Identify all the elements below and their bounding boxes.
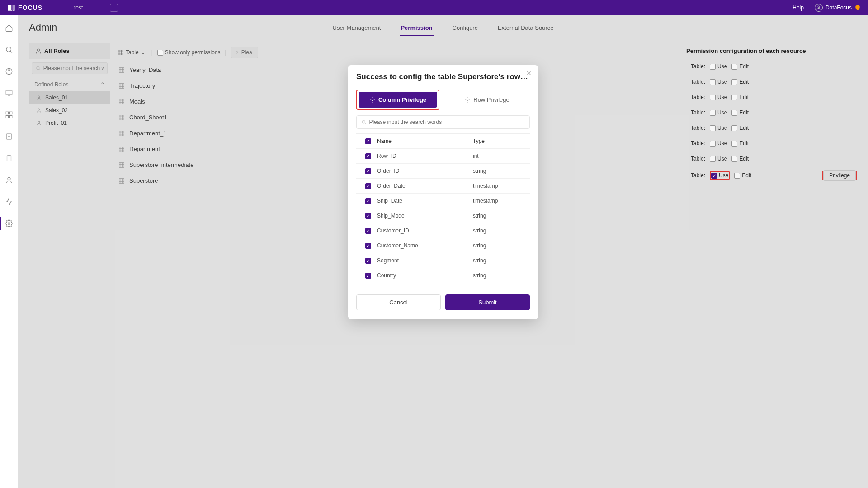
svg-point-16 [8,223,10,225]
column-checkbox[interactable] [365,198,371,204]
rail-settings-icon[interactable] [5,219,14,228]
column-checkbox[interactable] [365,243,371,249]
column-header-type: Type [473,138,527,144]
modal-search-input[interactable] [369,119,525,125]
column-checkbox[interactable] [365,183,371,189]
column-checkbox[interactable] [365,168,371,174]
column-checkbox[interactable] [365,273,371,279]
column-table: Name Type Row_IDintOrder_IDstringOrder_D… [356,133,530,287]
svg-point-4 [6,47,11,52]
user-avatar-icon [815,4,823,12]
svg-rect-7 [6,90,12,95]
column-name: Customer_Name [377,242,473,249]
gear-icon [369,97,376,103]
column-row: Order_Datetimestamp [356,179,530,194]
svg-point-33 [467,99,469,101]
cancel-button[interactable]: Cancel [356,294,441,310]
column-header-name: Name [377,138,473,144]
rail-search-icon[interactable] [5,45,14,54]
user-name: DataFocus [826,5,852,11]
svg-rect-8 [6,112,8,114]
column-row: Ship_Modestring [356,208,530,223]
rail-home-icon[interactable] [5,24,14,33]
main-content: Admin User Management Permission Configu… [18,15,868,488]
shield-icon [854,5,861,11]
column-type: string [473,227,527,234]
rail-grid-icon[interactable] [5,110,14,119]
svg-point-32 [372,99,373,101]
column-type: string [473,272,527,279]
column-checkbox[interactable] [365,228,371,234]
modal-search[interactable] [356,115,530,129]
topbar: FOCUS test + Help DataFocus [0,0,868,15]
column-name: Ship_Mode [377,213,473,219]
sidebar-rail [0,15,18,488]
column-row: Countrystring [356,268,530,283]
column-type: string [473,168,527,174]
help-link[interactable]: Help [793,5,804,11]
submit-button[interactable]: Submit [445,294,530,310]
rail-user-icon[interactable] [5,175,14,185]
column-checkbox[interactable] [365,213,371,219]
rail-help-icon[interactable] [5,67,14,76]
column-name: Order_Date [377,183,473,189]
column-type: string [473,257,527,264]
column-name: Country [377,272,473,279]
svg-rect-9 [9,112,12,114]
column-type: string [473,242,527,249]
workspace-tab[interactable]: test [74,5,83,11]
select-all-checkbox[interactable] [365,138,371,144]
svg-rect-0 [8,5,9,10]
column-type: timestamp [473,183,527,189]
column-type: timestamp [473,198,527,204]
modal-backdrop: ✕ Success to config the table Superstore… [18,15,868,488]
column-name: Ship_Date [377,198,473,204]
rail-clipboard-icon[interactable] [5,154,14,163]
rail-activity-icon[interactable] [5,197,14,206]
svg-rect-2 [13,5,14,10]
column-row: Citystring [356,283,530,287]
column-row: Row_IDint [356,149,530,164]
close-icon[interactable]: ✕ [526,70,532,77]
search-icon [361,119,366,125]
svg-rect-10 [6,116,8,118]
svg-point-3 [818,6,820,8]
svg-rect-11 [9,116,12,118]
column-checkbox[interactable] [365,153,371,159]
column-row: Customer_IDstring [356,223,530,238]
row-privilege-tab[interactable]: Row Privilege [444,90,530,110]
column-row: Order_IDstring [356,164,530,179]
column-type: int [473,153,527,159]
brand-logo[interactable]: FOCUS [7,4,42,12]
column-name: Segment [377,257,473,264]
svg-point-15 [8,177,10,180]
rail-monitor-icon[interactable] [5,89,14,98]
column-name: Customer_ID [377,227,473,234]
column-type: string [473,213,527,219]
brand-text: FOCUS [18,4,42,11]
column-checkbox[interactable] [365,258,371,264]
column-row: Segmentstring [356,253,530,268]
svg-rect-1 [11,5,12,10]
svg-point-6 [9,73,9,73]
column-privilege-tab[interactable]: Column Privilege [359,92,437,108]
column-row: Ship_Datetimestamp [356,194,530,208]
column-name: Order_ID [377,168,473,174]
svg-point-34 [362,120,365,123]
rail-archive-icon[interactable] [5,132,14,141]
add-tab-button[interactable]: + [110,4,118,12]
modal-title: Success to config the table Superstore's… [356,72,530,81]
gear-icon [464,97,471,103]
column-name: Row_ID [377,153,473,159]
privilege-modal: ✕ Success to config the table Superstore… [348,65,538,319]
user-menu[interactable]: DataFocus [815,4,861,12]
column-row: Customer_Namestring [356,238,530,253]
brand-icon [7,4,15,12]
